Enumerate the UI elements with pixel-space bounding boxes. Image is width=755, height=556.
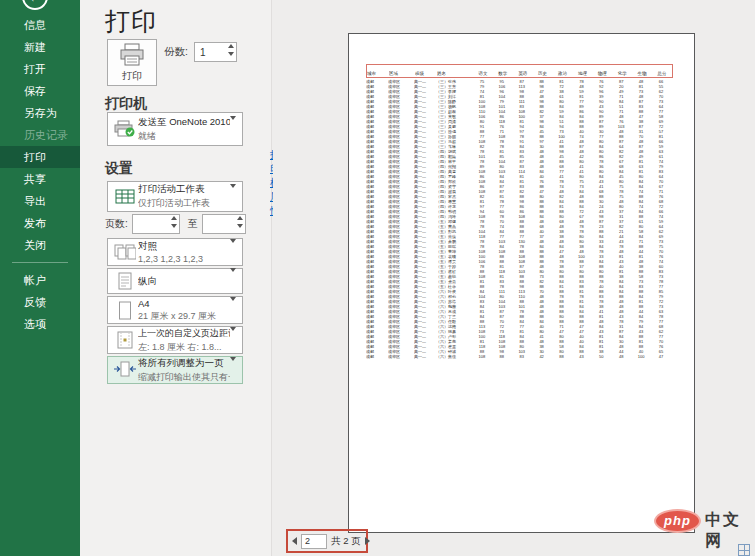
table-header-cell: 政治	[553, 71, 573, 76]
preview-sheet-table: 城市区域班级姓名语文数学英语历史政治地理物理化学生物总分 成都成华区高一—（三）…	[366, 64, 673, 359]
orientation-label: 纵向	[138, 275, 230, 288]
print-what-dropdown[interactable]: 打印活动工作表 仅打印活动工作表	[107, 181, 243, 212]
table-cell: 成都	[366, 354, 388, 359]
sidebar-divider	[12, 262, 68, 263]
table-header-cell: 总分	[652, 71, 672, 76]
sidebar-item-另存为[interactable]: 另存为	[0, 102, 80, 124]
previous-page-icon[interactable]	[292, 537, 297, 545]
pages-to-stepper[interactable]	[202, 214, 246, 234]
pages-range-row: 页数: 至	[105, 214, 246, 234]
sidebar-item-关闭[interactable]: 关闭	[0, 234, 80, 256]
scaling-dropdown[interactable]: 将所有列调整为一页 缩减打印输出使其只有一...	[107, 356, 243, 384]
table-cell: 88	[552, 354, 572, 359]
pages-to-label: 至	[188, 217, 198, 231]
chevron-down-icon	[230, 120, 238, 138]
fit-columns-icon	[112, 361, 138, 379]
sidebar-items: 信息新建打开保存另存为历史记录打印共享导出发布关闭帐户反馈选项	[0, 14, 80, 335]
copies-label: 份数:	[164, 45, 188, 59]
printer-icon	[119, 43, 145, 67]
scaling-sub: 缩减打印输出使其只有一...	[138, 371, 230, 384]
printer-section-title: 打印机	[105, 95, 147, 113]
sidebar-item-共享[interactable]: 共享	[0, 168, 80, 190]
paper-size-icon	[112, 301, 138, 320]
worksheet-icon	[112, 189, 138, 204]
table-cell: 高一—	[414, 354, 436, 359]
portrait-page-icon	[112, 272, 138, 290]
printer-ready-icon	[112, 120, 138, 138]
collation-label: 对照	[138, 240, 230, 253]
print-what-sub: 仅打印活动工作表	[138, 197, 230, 210]
sidebar-item-打开[interactable]: 打开	[0, 58, 80, 80]
table-header-cell: 英语	[513, 71, 533, 76]
print-button[interactable]: 打印	[107, 39, 157, 86]
table-cell: 42	[532, 354, 552, 359]
paper-size-sub: 21 厘米 x 29.7 厘米	[138, 310, 230, 323]
chevron-down-icon	[230, 331, 238, 349]
sidebar-item-反馈[interactable]: 反馈	[0, 291, 80, 313]
table-header-cell: 地理	[572, 71, 592, 76]
next-page-icon[interactable]	[365, 537, 370, 545]
sidebar-item-发布[interactable]: 发布	[0, 212, 80, 234]
table-row: 成都成华区高一—（六）焦佳1088883428843504810047	[366, 354, 673, 359]
margins-icon	[112, 331, 138, 349]
table-header-row: 城市区域班级姓名语文数学英语历史政治地理物理化学生物总分	[366, 64, 673, 78]
php-logo: php	[654, 509, 701, 533]
table-header-cell: 城市	[367, 71, 389, 76]
sidebar-item-帐户[interactable]: 帐户	[0, 269, 80, 291]
page-title: 打印	[105, 5, 157, 38]
chevron-down-icon	[230, 301, 238, 319]
margins-label: 上一次的自定义页边距设置	[138, 327, 230, 340]
printer-dropdown[interactable]: 发送至 OneNote 2010 就绪	[107, 112, 243, 146]
orientation-dropdown[interactable]: 纵向	[107, 268, 243, 294]
pages-from-stepper[interactable]	[132, 214, 180, 234]
margins-sub: 左: 1.8 厘米 右: 1.8...	[138, 341, 230, 354]
chevron-down-icon	[230, 272, 238, 290]
table-cell: 成华区	[388, 354, 414, 359]
settings-section-title: 设置	[105, 160, 133, 178]
sidebar-item-新建[interactable]: 新建	[0, 36, 80, 58]
table-cell: （六）焦佳	[436, 354, 472, 359]
table-header-cell: 数学	[493, 71, 513, 76]
collation-dropdown[interactable]: 对照 1,2,3 1,2,3 1,2,3	[107, 238, 243, 266]
print-button-label: 打印	[122, 69, 142, 83]
collation-sub: 1,2,3 1,2,3 1,2,3	[138, 254, 230, 264]
sidebar-item-历史记录[interactable]: 历史记录	[0, 124, 80, 146]
stepper-arrows-icon[interactable]	[237, 216, 243, 228]
collate-icon	[112, 244, 138, 261]
table-cell: 83	[512, 354, 532, 359]
table-header-cell: 物理	[592, 71, 612, 76]
page-navigation: 共 2 页	[286, 529, 368, 553]
copies-value: 1	[200, 47, 206, 58]
sidebar-item-打印[interactable]: 打印	[0, 146, 80, 168]
print-settings-panel: 打印 打印 份数: 1 打印机 i 发送至	[80, 0, 272, 556]
chevron-down-icon	[230, 188, 238, 206]
table-cell: 50	[591, 354, 611, 359]
margins-dropdown[interactable]: 上一次的自定义页边距设置 左: 1.8 厘米 右: 1.8...	[107, 326, 243, 354]
stepper-arrows-icon[interactable]	[228, 44, 234, 56]
table-header-cell: 语文	[473, 71, 493, 76]
current-page-input[interactable]	[301, 534, 327, 549]
paper-size-dropdown[interactable]: A4 21 厘米 x 29.7 厘米	[107, 296, 243, 324]
sidebar-item-选项[interactable]: 选项	[0, 313, 80, 335]
table-cell: 48	[611, 354, 631, 359]
table-cell: 100	[631, 354, 651, 359]
pages-label: 页数:	[105, 217, 128, 231]
print-what-label: 打印活动工作表	[138, 183, 230, 196]
stepper-arrows-icon[interactable]	[171, 216, 177, 228]
table-cell: 47	[651, 354, 671, 359]
table-header-cell: 区域	[389, 71, 415, 76]
total-pages-label: 共 2 页	[331, 535, 361, 548]
table-header-cell: 化学	[612, 71, 632, 76]
grid-view-icon[interactable]	[738, 544, 750, 556]
table-cell: 108	[472, 354, 492, 359]
printer-status: 就绪	[138, 130, 230, 143]
sidebar-item-导出[interactable]: 导出	[0, 190, 80, 212]
table-header-cell: 历史	[533, 71, 553, 76]
sidebar-item-信息[interactable]: 信息	[0, 14, 80, 36]
copies-stepper[interactable]: 1	[194, 42, 237, 62]
table-cell: 88	[492, 354, 512, 359]
sidebar-item-保存[interactable]: 保存	[0, 80, 80, 102]
back-arrow-icon[interactable]: ←	[22, 0, 48, 10]
chevron-down-icon	[230, 361, 238, 379]
chevron-down-icon	[230, 243, 238, 261]
